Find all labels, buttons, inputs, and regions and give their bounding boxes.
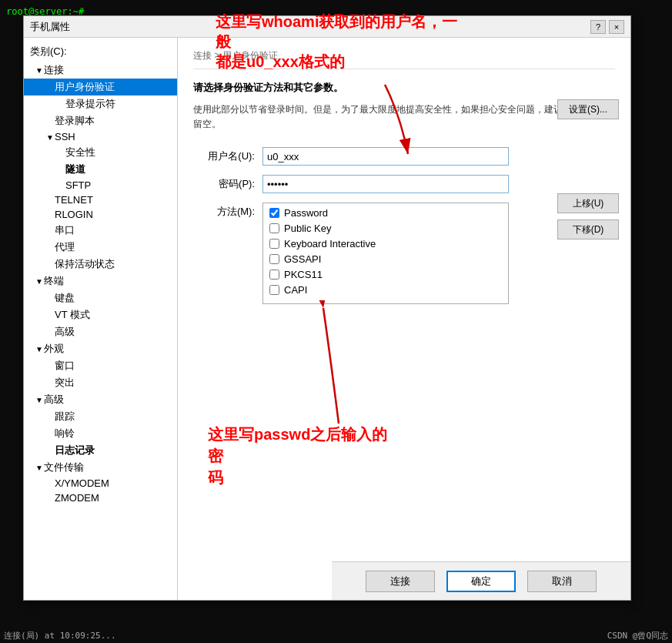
method-publickey-label: Public Key <box>284 223 331 234</box>
window-title: 手机属性 <box>30 20 70 34</box>
content-title: 请选择身份验证方法和其它参数。 <box>193 81 615 95</box>
password-input[interactable] <box>262 175 509 193</box>
tree-item-filetransfer[interactable]: ▼文件传输 <box>24 459 177 476</box>
tree-item-vt-mode[interactable]: VT 模式 <box>24 306 177 323</box>
content-desc: 使用此部分以节省登录时间。但是，为了最大限度地提高安全性，如果担心安全问题，建议… <box>193 102 615 132</box>
csdn-label: CSDN @曾Q同志 <box>607 630 668 641</box>
tree-item-serial[interactable]: 串口 <box>24 222 177 239</box>
move-up-button[interactable]: 上移(U) <box>557 193 619 213</box>
tree-item-window[interactable]: 窗口 <box>24 357 177 374</box>
method-password[interactable]: Password <box>269 207 502 219</box>
method-ki-checkbox[interactable] <box>269 239 279 249</box>
tree-item-proxy[interactable]: 代理 <box>24 239 177 256</box>
terminal-status-bar: 连接(局) at 10:09:25... CSDN @曾Q同志 <box>0 628 672 643</box>
tree-item-keepalive[interactable]: 保持活动状态 <box>24 256 177 273</box>
tree-item-telnet[interactable]: TELNET <box>24 193 177 207</box>
tree-item-bell[interactable]: 响铃 <box>24 425 177 442</box>
bottom-bar: 连接 确定 取消 <box>332 561 630 600</box>
terminal-status-text: 连接(局) at 10:09:25... <box>4 630 116 641</box>
tree-item-highlight[interactable]: 突出 <box>24 374 177 391</box>
ok-button[interactable]: 确定 <box>446 571 516 592</box>
method-pkcs11[interactable]: PKCS11 <box>269 269 502 280</box>
username-row: 用户名(U): <box>193 147 615 166</box>
method-box: Password Public Key Keyboard Interactive… <box>262 203 509 304</box>
tree-panel: 类别(C): ▼连接 用户身份验证 登录提示符 登录脚本 ▼SSH 安全性 隧道 <box>24 38 178 600</box>
tree-item-login-script[interactable]: 登录脚本 <box>24 112 177 129</box>
tree-item-advanced[interactable]: ▼高级 <box>24 391 177 408</box>
help-button[interactable]: ? <box>590 20 606 34</box>
content-panel: 连接 > 用户身份验证 请选择身份验证方法和其它参数。 使用此部分以节省登录时间… <box>178 38 630 600</box>
tree-item-login-prompt[interactable]: 登录提示符 <box>24 95 177 112</box>
method-password-label: Password <box>284 207 328 219</box>
category-label: 类别(C): <box>24 42 177 62</box>
username-label: 用户名(U): <box>193 149 255 163</box>
tree-item-tunnel[interactable]: 隧道 <box>24 161 177 178</box>
method-capi-checkbox[interactable] <box>269 285 279 295</box>
title-bar: 手机属性 ? × <box>24 16 630 38</box>
method-keyboard-interactive[interactable]: Keyboard Interactive <box>269 238 502 249</box>
right-buttons: 设置(S)... 上移(U) 下移(D) <box>557 99 619 239</box>
dialog-body: 类别(C): ▼连接 用户身份验证 登录提示符 登录脚本 ▼SSH 安全性 隧道 <box>24 38 630 600</box>
tree-item-terminal[interactable]: ▼终端 <box>24 273 177 290</box>
method-ki-label: Keyboard Interactive <box>284 238 376 249</box>
connect-button[interactable]: 连接 <box>366 571 435 592</box>
cancel-button[interactable]: 取消 <box>527 571 597 592</box>
method-gssapi-checkbox[interactable] <box>269 254 279 264</box>
dialog-window: 手机属性 ? × 类别(C): ▼连接 用户身份验证 登录提示符 登录脚本 ▼S <box>23 15 631 601</box>
method-capi-label: CAPI <box>284 284 307 296</box>
close-button[interactable]: × <box>609 20 624 34</box>
method-pkcs11-checkbox[interactable] <box>269 270 279 280</box>
method-password-checkbox[interactable] <box>269 208 279 218</box>
method-row: 方法(M): Password Public Key Keyboard Inte… <box>193 203 615 304</box>
tree-item-advanced-terminal[interactable]: 高级 <box>24 323 177 340</box>
username-input[interactable] <box>262 147 509 166</box>
tree-item-connect[interactable]: ▼连接 <box>24 62 177 79</box>
title-bar-controls: ? × <box>590 20 624 34</box>
tree-item-keyboard[interactable]: 键盘 <box>24 290 177 306</box>
tree-item-sftp[interactable]: SFTP <box>24 178 177 193</box>
tree-item-ssh[interactable]: ▼SSH <box>24 129 177 144</box>
method-label: 方法(M): <box>193 203 255 219</box>
tree-item-logging[interactable]: 日志记录 <box>24 442 177 459</box>
tree-item-rlogin[interactable]: RLOGIN <box>24 207 177 222</box>
settings-button[interactable]: 设置(S)... <box>557 99 619 119</box>
method-publickey[interactable]: Public Key <box>269 223 502 234</box>
tree-item-zmodem[interactable]: ZMODEM <box>24 491 177 505</box>
tree-item-trace[interactable]: 跟踪 <box>24 408 177 425</box>
breadcrumb: 连接 > 用户身份验证 <box>193 49 615 69</box>
tree-item-xymodem[interactable]: X/YMODEM <box>24 476 177 491</box>
method-publickey-checkbox[interactable] <box>269 223 279 233</box>
method-capi[interactable]: CAPI <box>269 284 502 296</box>
move-down-button[interactable]: 下移(D) <box>557 219 619 239</box>
tree-item-appearance[interactable]: ▼外观 <box>24 340 177 357</box>
method-gssapi[interactable]: GSSAPI <box>269 253 502 265</box>
method-pkcs11-label: PKCS11 <box>284 269 323 280</box>
tree-item-auth[interactable]: 用户身份验证 <box>24 79 177 95</box>
tree-item-security[interactable]: 安全性 <box>24 144 177 161</box>
password-label: 密码(P): <box>193 177 255 191</box>
method-gssapi-label: GSSAPI <box>284 253 321 265</box>
password-row: 密码(P): <box>193 175 615 193</box>
